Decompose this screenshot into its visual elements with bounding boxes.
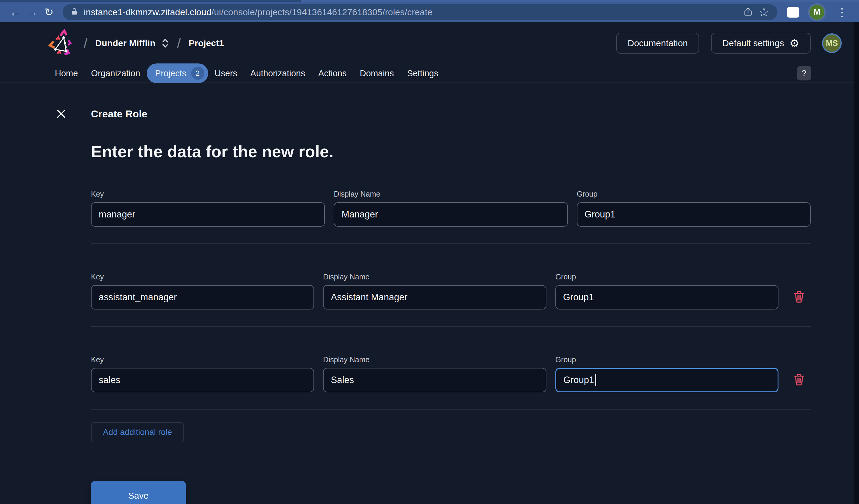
projects-count-badge: 2 [191, 67, 204, 80]
group-input[interactable] [555, 285, 779, 310]
breadcrumb-separator: / [84, 35, 87, 51]
close-icon[interactable] [54, 107, 68, 121]
url-bar[interactable]: instance1-dkmnzw.zitadel.cloud/ui/consol… [63, 4, 777, 20]
save-button[interactable]: Save [91, 481, 186, 504]
help-button[interactable]: ? [797, 66, 811, 80]
key-input[interactable] [91, 368, 314, 392]
key-label: Key [91, 272, 314, 281]
display-name-input[interactable] [323, 368, 546, 392]
nav-tab-actions[interactable]: Actions [312, 64, 353, 82]
share-icon[interactable] [743, 7, 753, 18]
key-input[interactable] [91, 202, 325, 227]
nav-tab-settings[interactable]: Settings [401, 64, 445, 82]
browser-menu-icon[interactable]: ⋮ [832, 6, 852, 19]
key-input[interactable] [91, 285, 314, 310]
group-label: Group [555, 272, 779, 281]
group-input-focused[interactable]: Group1 [555, 368, 779, 392]
breadcrumb-org[interactable]: Dunder Mifflin [95, 38, 155, 48]
bookmark-star-icon[interactable]: ☆ [758, 6, 770, 18]
nav-tab-home[interactable]: Home [48, 64, 85, 82]
console-header: / Dunder Mifflin / Project1 Documentatio… [0, 22, 859, 64]
display-name-label: Display Name [323, 356, 546, 364]
group-label: Group [555, 356, 779, 364]
user-avatar[interactable]: MS [822, 33, 842, 53]
display-name-input[interactable] [323, 285, 546, 310]
reload-icon[interactable]: ↻ [41, 4, 57, 20]
create-role-page: Create Role Enter the data for the new r… [0, 104, 859, 504]
display-name-label: Display Name [334, 190, 568, 199]
trash-icon [793, 373, 805, 386]
breadcrumb-project[interactable]: Project1 [189, 38, 224, 48]
display-name-input[interactable] [334, 202, 568, 227]
role-row: Key Display Name Group [91, 190, 811, 243]
modal-header: Create Role [91, 104, 811, 124]
nav-tab-authorizations[interactable]: Authorizations [244, 64, 312, 82]
text-cursor [595, 374, 596, 386]
group-label: Group [577, 190, 811, 199]
delete-role-button[interactable] [787, 356, 811, 392]
delete-role-button[interactable] [787, 272, 811, 310]
main-nav: Home Organization Projects 2 Users Autho… [0, 64, 859, 83]
roles-form: Key Display Name Group Key Display Name [91, 190, 811, 504]
nav-tab-projects[interactable]: Projects 2 [147, 63, 208, 83]
role-row: Key Display Name Group Group1 [91, 326, 811, 410]
side-panel-icon[interactable] [783, 7, 803, 18]
display-name-label: Display Name [323, 272, 546, 281]
nav-tab-domains[interactable]: Domains [353, 64, 400, 82]
default-settings-button[interactable]: Default settings ⚙ [711, 33, 811, 53]
zitadel-logo-icon[interactable] [48, 29, 76, 57]
form-heading: Enter the data for the new role. [91, 142, 811, 161]
back-icon[interactable]: ← [7, 4, 24, 20]
page-title: Create Role [91, 108, 147, 120]
scrollbar[interactable] [854, 22, 859, 504]
browser-chrome: ← → ↻ instance1-dkmnzw.zitadel.cloud/ui/… [0, 0, 859, 22]
key-label: Key [91, 356, 314, 364]
org-switcher-icon[interactable] [161, 38, 169, 49]
nav-tab-users[interactable]: Users [208, 64, 244, 82]
nav-tab-organization[interactable]: Organization [85, 64, 147, 82]
gear-icon: ⚙ [789, 38, 799, 49]
url-text: instance1-dkmnzw.zitadel.cloud/ui/consol… [84, 7, 433, 17]
documentation-button[interactable]: Documentation [616, 33, 699, 53]
browser-toolbar: ← → ↻ instance1-dkmnzw.zitadel.cloud/ui/… [0, 2, 859, 22]
lock-icon [70, 7, 78, 17]
forward-icon[interactable]: → [24, 4, 41, 20]
browser-profile-avatar[interactable]: M [810, 5, 824, 20]
key-label: Key [91, 190, 325, 199]
add-additional-role-button[interactable]: Add additional role [91, 422, 184, 442]
breadcrumb-separator: / [177, 35, 181, 51]
group-input[interactable] [577, 202, 811, 227]
role-row: Key Display Name Group [91, 243, 811, 326]
trash-icon [793, 290, 805, 303]
